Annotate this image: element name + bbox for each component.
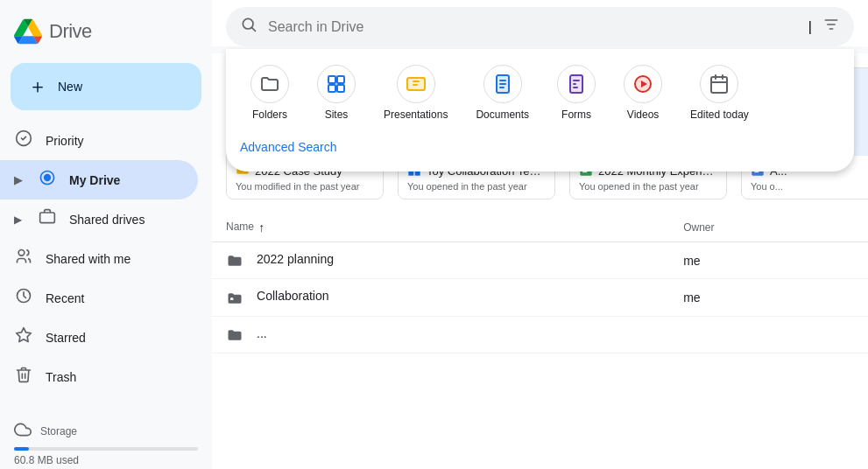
table-body: 2022 planning me Collaboration me — [212, 242, 868, 354]
svg-point-6 — [243, 18, 253, 29]
sidebar-item-recent[interactable]: Recent — [0, 278, 198, 318]
drive-logo-icon — [14, 18, 42, 46]
my-drive-icon — [38, 169, 57, 191]
svg-point-1 — [44, 174, 51, 181]
table-cell-name: 2022 planning — [212, 242, 669, 279]
cursor: | — [808, 19, 812, 35]
edited-today-icon-circle — [700, 65, 738, 103]
svg-rect-2 — [40, 213, 55, 223]
storage-label: Storage — [40, 425, 77, 438]
table-cell-owner — [669, 316, 868, 353]
svg-rect-9 — [328, 85, 335, 92]
sidebar-item-my-drive-label: My Drive — [69, 173, 120, 187]
table-cell-name: Collaboration — [212, 279, 669, 316]
trash-icon — [14, 366, 33, 388]
sites-label: Sites — [325, 108, 349, 121]
category-sites[interactable]: Sites — [307, 60, 366, 126]
table-row[interactable]: 2022 planning me — [212, 242, 868, 279]
table-cell-owner: me — [669, 242, 868, 279]
sidebar-item-starred[interactable]: Starred — [0, 318, 198, 357]
storage-section: Storage 60.8 MB used — [0, 410, 212, 469]
documents-label: Documents — [476, 108, 529, 121]
plus-icon: ＋ — [28, 77, 47, 96]
sidebar-item-priority[interactable]: Priority — [0, 121, 198, 160]
app-name: Drive — [49, 20, 92, 43]
search-filter-icon[interactable] — [822, 16, 840, 38]
category-videos[interactable]: Videos — [613, 60, 673, 126]
category-presentations[interactable]: Presentations — [373, 60, 458, 126]
sites-icon-circle — [317, 65, 356, 103]
documents-icon-circle — [483, 65, 522, 103]
folders-icon-circle — [251, 65, 289, 103]
storage-bar-background — [14, 447, 198, 451]
table-col-name[interactable]: Name ↑ — [212, 214, 669, 242]
main-content: | Folders Sites — [212, 0, 868, 469]
app-logo: Drive — [0, 7, 212, 60]
folder-icon — [226, 251, 248, 269]
new-button[interactable]: ＋ New — [11, 63, 201, 110]
sidebar-item-shared-drives[interactable]: ▶ Shared drives — [0, 200, 198, 239]
category-folders[interactable]: Folders — [240, 60, 300, 126]
sidebar-item-priority-label: Priority — [46, 134, 84, 148]
category-documents[interactable]: Documents — [465, 60, 540, 126]
table-cell-owner: me — [669, 279, 868, 316]
shared-drives-icon — [38, 208, 57, 230]
presentations-label: Presentations — [384, 108, 448, 121]
svg-marker-5 — [17, 328, 32, 342]
card-subtitle: You opened in the past year — [407, 181, 546, 192]
new-button-label: New — [58, 80, 82, 94]
search-bar: | — [226, 7, 854, 46]
sidebar-item-shared-with-me[interactable]: Shared with me — [0, 239, 198, 278]
sidebar-item-trash-label: Trash — [46, 370, 76, 384]
advanced-search-link[interactable]: Advanced Search — [240, 136, 337, 158]
presentations-icon-circle — [397, 65, 435, 103]
search-dropdown: Folders Sites Presentations — [226, 49, 854, 172]
card-subtitle: You o... — [751, 181, 868, 192]
videos-label: Videos — [627, 108, 659, 121]
expand-icon: ▶ — [14, 174, 22, 186]
folder-icon — [226, 326, 248, 343]
priority-icon — [14, 130, 33, 151]
search-icon — [240, 16, 258, 38]
table-row[interactable]: Collaboration me — [212, 279, 868, 316]
sort-asc-icon: ↑ — [258, 220, 265, 234]
table-header: Name ↑ Owner — [212, 214, 868, 242]
card-subtitle: You modified in the past year — [236, 181, 374, 192]
sidebar: Drive ＋ New Priority ▶ My Drive ▶ Shared… — [0, 0, 212, 469]
storage-icon — [14, 421, 32, 442]
folder-icon — [226, 288, 248, 305]
search-bar-container: | Folders Sites — [212, 0, 868, 46]
folders-label: Folders — [252, 108, 287, 121]
search-input[interactable] — [268, 19, 798, 35]
category-edited-today[interactable]: Edited today — [680, 60, 759, 126]
forms-icon-circle — [557, 65, 596, 103]
svg-point-3 — [18, 250, 25, 256]
svg-rect-7 — [328, 76, 335, 83]
table-row[interactable]: ... — [212, 316, 868, 353]
table-cell-name: ... — [212, 316, 669, 353]
sidebar-item-trash[interactable]: Trash — [0, 357, 198, 396]
forms-label: Forms — [561, 108, 591, 121]
category-forms[interactable]: Forms — [547, 60, 606, 126]
card-subtitle: You opened in the past year — [579, 181, 717, 192]
sidebar-item-shared-drives-label: Shared drives — [69, 213, 145, 227]
storage-bar-fill — [14, 447, 29, 451]
edited-today-label: Edited today — [690, 108, 749, 121]
table-col-owner[interactable]: Owner — [669, 214, 868, 242]
starred-icon — [14, 326, 33, 348]
sidebar-item-recent-label: Recent — [46, 291, 84, 305]
recent-icon — [14, 287, 33, 309]
search-categories: Folders Sites Presentations — [240, 60, 840, 126]
sidebar-item-my-drive[interactable]: ▶ My Drive — [0, 160, 198, 200]
videos-icon-circle — [624, 65, 662, 103]
sidebar-item-shared-with-me-label: Shared with me — [46, 252, 131, 266]
file-table: Name ↑ Owner 2022 planning — [212, 214, 868, 354]
expand-icon-shared: ▶ — [14, 214, 22, 226]
svg-rect-20 — [711, 77, 727, 93]
sidebar-item-starred-label: Starred — [46, 331, 86, 345]
svg-rect-10 — [337, 85, 344, 92]
storage-used-text: 60.8 MB used — [14, 454, 198, 466]
shared-with-me-icon — [14, 248, 33, 270]
svg-rect-8 — [337, 76, 344, 83]
